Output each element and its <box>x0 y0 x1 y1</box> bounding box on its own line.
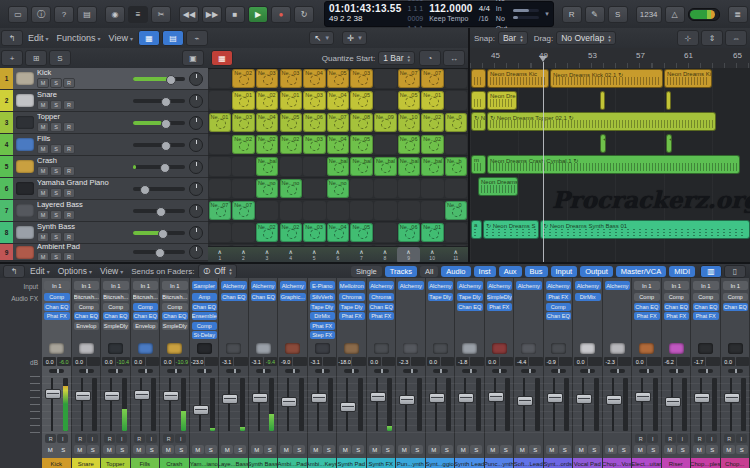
loop-cell[interactable]: Ne...b <box>445 157 467 176</box>
channel-name[interactable]: Riser <box>662 458 691 468</box>
mute-button[interactable]: M <box>133 445 145 454</box>
fx-slot[interactable]: Chan EQ <box>369 303 395 311</box>
mute-button[interactable]: M <box>103 445 115 454</box>
channel-name[interactable]: Synth Bass <box>249 458 278 468</box>
info-icon[interactable]: ⓘ <box>31 6 51 23</box>
duplicate-track-button[interactable]: ⊞ <box>25 50 47 66</box>
db-value[interactable]: -23.0 <box>191 357 204 366</box>
catch-icon[interactable]: ⊹ <box>677 30 699 46</box>
filter-output[interactable]: Output <box>580 266 613 277</box>
scope-all[interactable]: All <box>420 266 438 277</box>
fx-slot[interactable]: Comp <box>103 303 129 311</box>
s-button[interactable]: S <box>50 232 62 242</box>
solo-button[interactable]: S <box>559 445 571 454</box>
solo-button[interactable]: S <box>677 445 689 454</box>
channel-name[interactable]: Kick <box>42 458 71 468</box>
empty-cell-slot[interactable] <box>374 135 396 154</box>
mute-button[interactable]: M <box>634 445 646 454</box>
loop-cell[interactable]: Ne...05 <box>350 91 372 110</box>
empty-cell-slot[interactable] <box>280 201 302 220</box>
db-value[interactable]: -3.1 <box>250 357 263 366</box>
fx-slot[interactable]: Bitcrush... <box>74 293 100 301</box>
track-row[interactable]: 6Yamaha Grand PianoMSR <box>0 178 208 200</box>
volume-cap[interactable] <box>158 229 168 239</box>
loop-cell[interactable]: Ne...01 <box>280 91 302 110</box>
channel-name[interactable]: Crash <box>160 458 189 468</box>
solo-button[interactable]: S <box>529 445 541 454</box>
s-button[interactable]: S <box>50 122 62 132</box>
scene-trigger-1[interactable]: ∧1 <box>208 247 232 262</box>
fx-slot[interactable]: Tape Dly <box>428 293 454 301</box>
channel-strip[interactable]: SamplerAmpChan EQEnsembleCompSt-DelayTap… <box>190 278 220 468</box>
fx-slot[interactable]: Phat FX <box>369 312 395 320</box>
fader-cap[interactable] <box>340 402 356 412</box>
mute-button[interactable]: M <box>74 445 86 454</box>
input-slot[interactable]: Alchemy <box>575 281 601 290</box>
db-value[interactable]: 0.0 <box>633 357 646 366</box>
add-track-button[interactable]: + <box>1 50 23 66</box>
fader-cap[interactable] <box>222 394 238 404</box>
track-row[interactable]: 9Ambient PadMSR <box>0 244 208 261</box>
fader-cap[interactable] <box>606 395 622 405</box>
scene-trigger-5[interactable]: ∧5 <box>302 247 326 262</box>
performance-record-icon[interactable]: ◔ <box>419 50 441 66</box>
loop-cell[interactable]: Ne...07 <box>232 201 254 220</box>
record-arm-button[interactable]: R <box>45 434 56 443</box>
db-value[interactable]: 0.0 <box>427 357 440 366</box>
input-monitor-button[interactable]: I <box>146 434 157 443</box>
fx-slot[interactable]: SilvVerb <box>310 293 336 301</box>
fader-cap[interactable] <box>458 393 474 403</box>
channel-name[interactable]: Ambi...Keys <box>308 458 337 468</box>
db-value[interactable]: -0.9 <box>545 357 558 366</box>
loop-cell[interactable]: Ne...02 <box>421 113 443 132</box>
empty-cell-slot[interactable] <box>209 69 231 88</box>
pan-control[interactable] <box>551 369 566 373</box>
loop-cell[interactable]: Ne...04 <box>256 113 278 132</box>
fader-cap[interactable] <box>488 392 504 402</box>
loop-cell[interactable]: Ne...no <box>280 179 302 198</box>
loop-cell[interactable]: Ne...05 <box>350 223 372 242</box>
solo-button[interactable]: S <box>500 445 512 454</box>
fader-cap[interactable] <box>370 392 386 402</box>
input-slot[interactable]: Alchemy <box>546 281 572 290</box>
channel-name[interactable]: Chop... <box>721 458 750 468</box>
region[interactable]: + <box>600 134 606 153</box>
pan-control[interactable] <box>669 369 684 373</box>
toolbar-icon[interactable]: ▤ <box>77 6 97 23</box>
scene-trigger-3[interactable]: ∧3 <box>255 247 279 262</box>
empty-cell-slot[interactable] <box>445 223 467 242</box>
volume-slider[interactable] <box>133 77 185 81</box>
solo-button[interactable]: S <box>352 445 364 454</box>
crosshair-tool[interactable]: ✛▾ <box>342 31 367 45</box>
track-row[interactable]: 1KickMSR <box>0 68 208 90</box>
snap-select[interactable]: Bar▴▾ <box>498 31 528 45</box>
solo-button[interactable]: S <box>470 445 482 454</box>
filter-bus[interactable]: Bus <box>525 266 548 277</box>
db-value[interactable]: 0.0 <box>132 357 145 366</box>
input-monitor-button[interactable]: I <box>736 434 747 443</box>
s-button[interactable]: S <box>50 166 62 176</box>
r-button[interactable]: R <box>63 210 75 220</box>
db-value[interactable]: -1.8 <box>456 357 469 366</box>
empty-cell-slot[interactable] <box>374 201 396 220</box>
midi-in-icon[interactable]: ↰ <box>1 30 23 46</box>
channel-name[interactable]: Snare <box>72 458 101 468</box>
loop-cell[interactable]: Ne...07 <box>421 69 443 88</box>
db-value[interactable]: -2.3 <box>397 357 410 366</box>
bar-ruler[interactable]: 454953576165 <box>470 48 750 69</box>
scope-single[interactable]: Single <box>351 266 382 277</box>
mute-button[interactable]: M <box>339 445 351 454</box>
loop-cell[interactable]: Ne...05 <box>327 69 349 88</box>
channel-name[interactable]: Synt...ggio <box>426 458 455 468</box>
empty-cell-slot[interactable] <box>445 69 467 88</box>
pan-knob[interactable] <box>189 72 203 86</box>
fx-slot[interactable]: Chan EQ <box>546 312 572 320</box>
channel-name[interactable]: Elect...uitar <box>632 458 661 468</box>
channel-strip[interactable]: In 1CompChan EQ0.0RIMSChop... <box>721 278 750 468</box>
channel-strip[interactable]: Alchemy-4.4MSSoft...Lead <box>514 278 544 468</box>
fx-slot[interactable]: SimpleDly <box>487 293 513 301</box>
region[interactable]: Neon Dreams Crash Cymbal.1 ↻ <box>487 155 740 174</box>
fader-cap[interactable] <box>163 391 179 401</box>
empty-cell-slot[interactable] <box>303 179 325 198</box>
input-slot[interactable]: In 1 <box>162 281 188 290</box>
